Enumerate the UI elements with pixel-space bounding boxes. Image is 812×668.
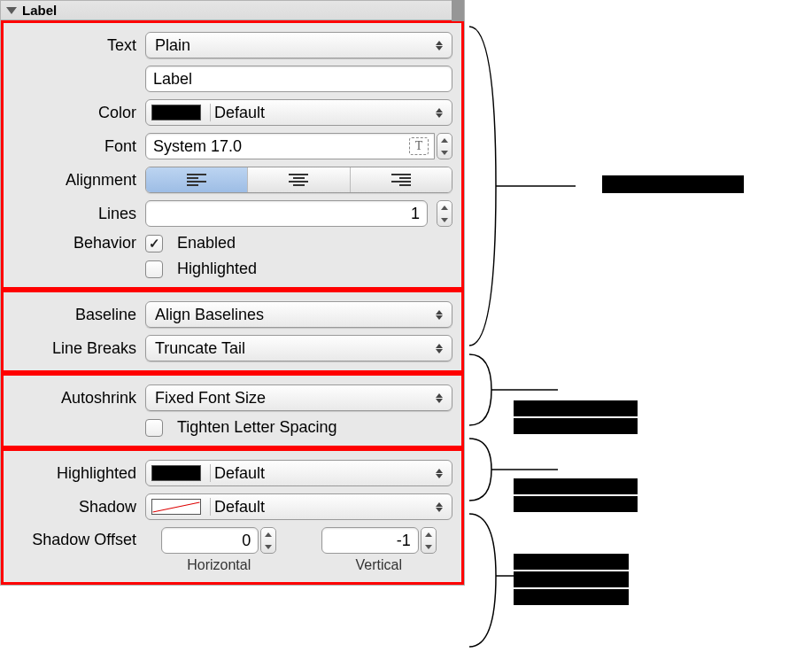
popup-caret-icon (436, 467, 445, 479)
stepper-up-icon[interactable] (261, 528, 275, 540)
enabled-checkbox[interactable] (145, 235, 163, 252)
highlighted-color-popup[interactable]: Default (145, 460, 452, 486)
autoshrink-value: Fixed Font Size (155, 389, 266, 408)
shadow-offset-v-label: Vertical (356, 557, 402, 573)
svg-rect-7 (514, 496, 638, 512)
group-baseline-linebreaks: Baseline Align Baselines Line Breaks Tru… (1, 290, 464, 373)
shadow-offset-v-input[interactable] (321, 527, 419, 554)
shadow-offset-h-stepper[interactable] (260, 527, 276, 554)
panel-corner-grip (452, 0, 464, 21)
font-picker-icon[interactable]: T (409, 137, 429, 155)
align-left-icon (187, 174, 206, 186)
text-color-popup[interactable]: Default (145, 99, 452, 126)
font-size-stepper[interactable] (437, 133, 452, 159)
label-behavior: Behavior (12, 234, 145, 252)
label-highlighted-color: Highlighted (12, 464, 145, 483)
baseline-value: Align Baselines (155, 306, 264, 324)
label-color: Color (12, 104, 145, 122)
popup-caret-icon (436, 39, 445, 51)
text-mode-value: Plain (155, 36, 190, 55)
label-linebreaks: Line Breaks (12, 339, 145, 358)
popup-caret-icon (436, 501, 445, 513)
popup-caret-icon (436, 308, 445, 321)
svg-rect-3 (514, 400, 638, 416)
alignment-segmented[interactable] (145, 167, 452, 193)
svg-rect-6 (514, 478, 638, 494)
highlighted-checkbox-label: Highlighted (177, 260, 257, 278)
align-right-icon (391, 174, 411, 186)
panel-header[interactable]: Label (1, 1, 464, 20)
svg-rect-4 (514, 418, 638, 434)
label-baseline: Baseline (12, 306, 145, 324)
disclosure-triangle-icon[interactable] (6, 7, 17, 14)
stepper-up-icon[interactable] (421, 528, 436, 540)
panel-title: Label (22, 3, 57, 18)
label-alignment: Alignment (12, 171, 145, 190)
enabled-checkbox-label: Enabled (177, 234, 236, 252)
lines-stepper[interactable] (437, 200, 452, 227)
popup-caret-icon (436, 392, 445, 404)
stepper-down-icon[interactable] (261, 540, 275, 553)
label-shadow: Shadow (12, 498, 145, 517)
shadow-color-value: Default (214, 498, 265, 517)
baseline-popup[interactable]: Align Baselines (145, 301, 452, 328)
color-swatch-icon (151, 465, 201, 481)
popup-caret-icon (436, 342, 445, 354)
svg-rect-1 (602, 175, 744, 193)
stepper-up-icon[interactable] (437, 134, 452, 146)
label-font: Font (12, 137, 145, 156)
font-value: System 17.0 (153, 137, 242, 156)
align-right-button[interactable] (351, 167, 452, 192)
color-swatch-icon (151, 105, 201, 120)
svg-rect-9 (514, 554, 629, 570)
linebreaks-popup[interactable]: Truncate Tail (145, 335, 452, 361)
shadow-offset-v-stepper[interactable] (421, 527, 437, 554)
font-field[interactable]: System 17.0 T (145, 133, 435, 159)
text-value-input[interactable] (145, 66, 452, 92)
svg-rect-10 (514, 571, 629, 587)
label-shadow-offset: Shadow Offset (12, 527, 145, 549)
shadow-offset-h-input[interactable] (161, 527, 259, 554)
text-color-value: Default (214, 104, 265, 122)
lines-input[interactable] (145, 200, 428, 227)
align-center-button[interactable] (248, 167, 350, 192)
svg-rect-11 (514, 589, 629, 605)
popup-caret-icon (436, 106, 445, 119)
group-text-appearance: Text Plain Color Default (1, 20, 464, 290)
stepper-down-icon[interactable] (437, 214, 452, 226)
group-highlight-shadow: Highlighted Default Shadow Default (1, 448, 464, 585)
label-autoshrink: Autoshrink (12, 389, 145, 408)
highlighted-color-value: Default (214, 464, 265, 483)
stepper-down-icon[interactable] (421, 540, 436, 553)
shadow-color-popup[interactable]: Default (145, 493, 452, 520)
align-left-button[interactable] (146, 167, 248, 192)
label-inspector-panel: Label Text Plain Color (0, 0, 465, 586)
stepper-up-icon[interactable] (437, 201, 452, 214)
group-autoshrink: Autoshrink Fixed Font Size Tighten Lette… (1, 373, 464, 448)
label-lines: Lines (12, 205, 145, 223)
tighten-checkbox-label: Tighten Letter Spacing (177, 418, 336, 437)
autoshrink-popup[interactable]: Fixed Font Size (145, 384, 452, 411)
highlighted-checkbox[interactable] (145, 260, 163, 278)
linebreaks-value: Truncate Tail (155, 339, 245, 358)
tighten-checkbox[interactable] (145, 419, 163, 437)
color-swatch-none-icon (151, 499, 201, 515)
label-text: Text (12, 36, 145, 55)
stepper-down-icon[interactable] (437, 146, 452, 159)
align-center-icon (289, 174, 308, 186)
shadow-offset-h-label: Horizontal (187, 557, 251, 573)
text-mode-popup[interactable]: Plain (145, 32, 452, 58)
